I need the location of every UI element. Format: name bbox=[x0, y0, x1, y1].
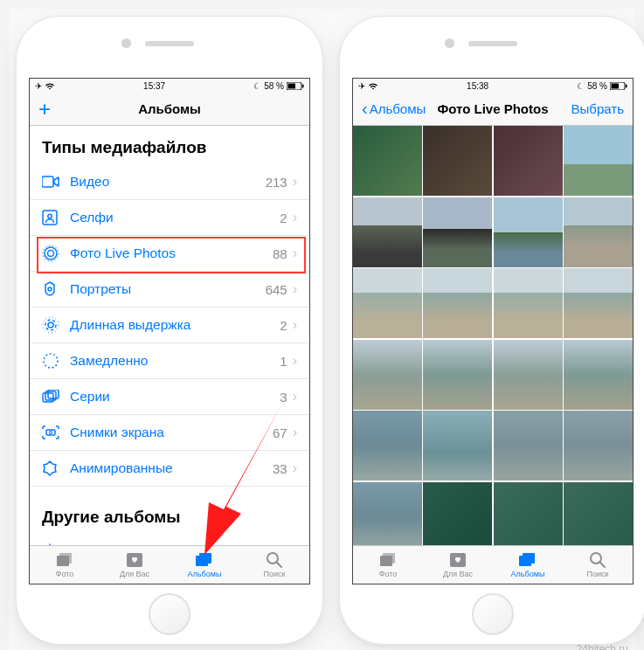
portrait-icon bbox=[42, 281, 61, 297]
tab-foryou[interactable]: Для Вас bbox=[423, 546, 493, 584]
section-media-types: Типы медиафайлов bbox=[30, 126, 309, 164]
svg-point-34 bbox=[591, 553, 601, 564]
photo-thumbnail[interactable] bbox=[353, 482, 422, 546]
tab-albums[interactable]: Альбомы bbox=[170, 546, 239, 584]
photo-thumbnail[interactable] bbox=[494, 126, 563, 196]
row-selfie[interactable]: Селфи2› bbox=[30, 200, 309, 236]
row-label: Фото Live Photos bbox=[61, 245, 273, 261]
battery-icon bbox=[610, 82, 627, 90]
row-video[interactable]: Видео213› bbox=[30, 164, 309, 200]
photo-thumbnail[interactable] bbox=[564, 411, 633, 481]
tab-photos[interactable]: Фото bbox=[30, 546, 100, 584]
photo-grid bbox=[353, 126, 633, 545]
row-count: 3 bbox=[280, 390, 287, 405]
home-button[interactable] bbox=[472, 593, 514, 635]
chevron-right-icon: › bbox=[287, 317, 297, 333]
row-label: Снимки экрана bbox=[61, 425, 273, 440]
row-count: 2 bbox=[280, 211, 287, 225]
photo-thumbnail[interactable] bbox=[494, 268, 563, 338]
moon-icon: ☾ bbox=[577, 81, 585, 91]
svg-point-13 bbox=[44, 354, 58, 368]
svg-rect-1 bbox=[287, 83, 295, 88]
tab-photos-icon bbox=[55, 551, 74, 569]
tab-photos-icon bbox=[378, 551, 398, 569]
status-bar: ✈︎ 15:38 ☾ 58 % bbox=[353, 79, 633, 93]
tab-search[interactable]: Поиск bbox=[239, 546, 309, 584]
row-burst[interactable]: Серии3› bbox=[30, 379, 309, 415]
tab-foryou-icon bbox=[126, 551, 143, 569]
battery-icon bbox=[287, 82, 304, 90]
chevron-right-icon: › bbox=[287, 460, 297, 476]
row-animated[interactable]: Анимированные33› bbox=[30, 451, 309, 487]
chevron-right-icon: › bbox=[287, 174, 297, 190]
svg-rect-17 bbox=[46, 430, 55, 435]
photo-thumbnail[interactable] bbox=[494, 197, 563, 267]
home-button[interactable] bbox=[149, 593, 190, 635]
photo-thumbnail[interactable] bbox=[353, 126, 422, 196]
tab-foryou[interactable]: Для Вас bbox=[100, 546, 170, 584]
photo-thumbnail[interactable] bbox=[564, 268, 633, 338]
photo-thumbnail[interactable] bbox=[423, 411, 492, 481]
row-slomo[interactable]: Замедленно1› bbox=[30, 343, 309, 379]
row-count: 2 bbox=[280, 318, 287, 333]
tab-bar: ФотоДля ВасАльбомыПоиск bbox=[353, 545, 633, 584]
photo-thumbnail[interactable] bbox=[494, 482, 563, 546]
row-livephoto[interactable]: Фото Live Photos88› bbox=[30, 236, 309, 272]
photo-thumbnail[interactable] bbox=[423, 268, 492, 338]
svg-rect-33 bbox=[523, 553, 535, 564]
photo-thumbnail[interactable] bbox=[494, 411, 563, 481]
tab-photos[interactable]: Фото bbox=[353, 546, 423, 584]
svg-rect-3 bbox=[42, 176, 53, 187]
battery-percent: 58 % bbox=[587, 81, 607, 91]
tab-search[interactable]: Поиск bbox=[563, 546, 633, 584]
add-button[interactable]: + bbox=[38, 97, 51, 121]
photo-thumbnail[interactable] bbox=[494, 340, 563, 410]
tab-search-icon bbox=[589, 551, 606, 569]
row-label: Длинная выдержка bbox=[61, 317, 280, 333]
svg-line-35 bbox=[600, 563, 605, 567]
screenshot-icon bbox=[42, 425, 61, 439]
row-label: Замедленно bbox=[61, 353, 280, 369]
row-count: 1 bbox=[280, 354, 287, 369]
row-portrait[interactable]: Портреты645› bbox=[30, 272, 309, 308]
tab-albums-icon bbox=[518, 551, 537, 569]
back-button[interactable]: ‹ Альбомы bbox=[362, 99, 426, 119]
row-count: 88 bbox=[273, 246, 287, 261]
svg-point-9 bbox=[48, 287, 52, 291]
longexp-icon bbox=[42, 316, 61, 334]
svg-rect-28 bbox=[626, 84, 627, 87]
photo-thumbnail[interactable] bbox=[353, 340, 422, 410]
photo-thumbnail[interactable] bbox=[353, 197, 422, 267]
wifi-icon bbox=[368, 82, 378, 90]
tab-albums[interactable]: Альбомы bbox=[493, 546, 563, 584]
svg-line-25 bbox=[277, 563, 281, 567]
photo-thumbnail[interactable] bbox=[353, 411, 422, 481]
row-count: 645 bbox=[266, 282, 287, 297]
airplane-icon: ✈︎ bbox=[358, 81, 365, 91]
video-icon bbox=[42, 176, 61, 188]
row-import[interactable]: Импортированные объ0› bbox=[30, 534, 309, 545]
photo-thumbnail[interactable] bbox=[423, 197, 492, 267]
photo-thumbnail[interactable] bbox=[423, 482, 492, 546]
selfie-icon bbox=[42, 210, 61, 225]
photo-thumbnail[interactable] bbox=[564, 197, 633, 267]
select-button[interactable]: Выбрать bbox=[571, 101, 624, 116]
photo-thumbnail[interactable] bbox=[564, 482, 633, 546]
photo-thumbnail[interactable] bbox=[423, 340, 492, 410]
navbar-albums: + Альбомы bbox=[30, 93, 309, 126]
airplane-icon: ✈︎ bbox=[35, 81, 42, 91]
photo-thumbnail[interactable] bbox=[564, 340, 633, 410]
photo-thumbnail[interactable] bbox=[423, 126, 492, 196]
svg-rect-23 bbox=[199, 553, 211, 564]
import-icon bbox=[42, 543, 61, 545]
svg-point-24 bbox=[267, 553, 278, 564]
svg-rect-30 bbox=[383, 553, 395, 564]
photo-thumbnail[interactable] bbox=[353, 268, 422, 338]
svg-point-10 bbox=[48, 322, 53, 328]
battery-percent: 58 % bbox=[264, 81, 284, 91]
wifi-icon bbox=[45, 82, 55, 90]
photo-thumbnail[interactable] bbox=[564, 126, 633, 196]
moon-icon: ☾ bbox=[253, 81, 261, 91]
row-longexp[interactable]: Длинная выдержка2› bbox=[30, 308, 309, 343]
row-screenshot[interactable]: Снимки экрана67› bbox=[30, 415, 309, 451]
